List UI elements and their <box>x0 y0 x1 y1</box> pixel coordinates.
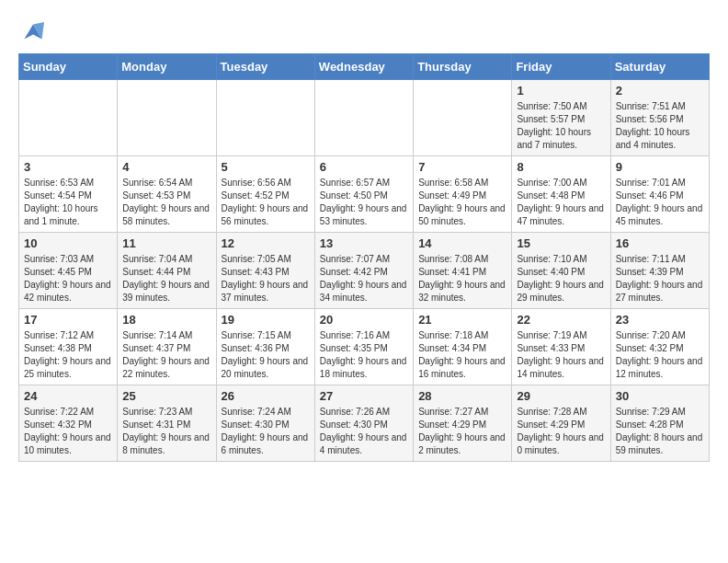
day-number: 13 <box>320 236 408 250</box>
day-info: Sunrise: 7:26 AM Sunset: 4:30 PM Dayligh… <box>320 406 408 457</box>
day-number: 10 <box>24 236 112 250</box>
day-number: 21 <box>418 313 506 327</box>
calendar-week-row: 3Sunrise: 6:53 AM Sunset: 4:54 PM Daylig… <box>19 156 710 233</box>
logo <box>18 18 51 44</box>
day-info: Sunrise: 7:28 AM Sunset: 4:29 PM Dayligh… <box>517 406 605 457</box>
day-number: 3 <box>24 160 112 174</box>
calendar-week-row: 10Sunrise: 7:03 AM Sunset: 4:45 PM Dayli… <box>19 233 710 309</box>
day-number: 9 <box>616 160 704 174</box>
day-number: 12 <box>222 236 310 250</box>
day-info: Sunrise: 7:20 AM Sunset: 4:32 PM Dayligh… <box>616 329 704 381</box>
calendar-cell: 15Sunrise: 7:10 AM Sunset: 4:40 PM Dayli… <box>512 233 610 309</box>
day-number: 16 <box>616 236 704 250</box>
calendar-cell: 14Sunrise: 7:08 AM Sunset: 4:41 PM Dayli… <box>414 233 512 309</box>
day-info: Sunrise: 7:27 AM Sunset: 4:29 PM Dayligh… <box>418 406 506 457</box>
day-info: Sunrise: 7:00 AM Sunset: 4:48 PM Dayligh… <box>517 177 605 228</box>
calendar-cell: 26Sunrise: 7:24 AM Sunset: 4:30 PM Dayli… <box>216 385 314 462</box>
calendar-cell: 25Sunrise: 7:23 AM Sunset: 4:31 PM Dayli… <box>118 385 216 462</box>
day-number: 1 <box>517 84 605 98</box>
day-number: 28 <box>418 389 506 403</box>
calendar-cell: 21Sunrise: 7:18 AM Sunset: 4:34 PM Dayli… <box>414 309 512 385</box>
day-info: Sunrise: 7:16 AM Sunset: 4:35 PM Dayligh… <box>320 329 408 381</box>
calendar-week-row: 1Sunrise: 7:50 AM Sunset: 5:57 PM Daylig… <box>19 80 710 156</box>
weekday-header: Monday <box>118 54 216 80</box>
calendar-cell: 2Sunrise: 7:51 AM Sunset: 5:56 PM Daylig… <box>610 80 709 156</box>
day-number: 19 <box>222 313 310 327</box>
day-info: Sunrise: 7:24 AM Sunset: 4:30 PM Dayligh… <box>222 406 310 457</box>
calendar-cell: 6Sunrise: 6:57 AM Sunset: 4:50 PM Daylig… <box>314 156 413 233</box>
day-info: Sunrise: 6:54 AM Sunset: 4:53 PM Dayligh… <box>122 177 210 228</box>
calendar-cell <box>19 80 118 156</box>
day-info: Sunrise: 6:58 AM Sunset: 4:49 PM Dayligh… <box>418 177 506 228</box>
day-info: Sunrise: 7:50 AM Sunset: 5:57 PM Dayligh… <box>517 100 605 152</box>
calendar-cell: 5Sunrise: 6:56 AM Sunset: 4:52 PM Daylig… <box>216 156 314 233</box>
day-info: Sunrise: 6:53 AM Sunset: 4:54 PM Dayligh… <box>24 177 112 228</box>
calendar-cell: 30Sunrise: 7:29 AM Sunset: 4:28 PM Dayli… <box>610 385 709 462</box>
weekday-header: Wednesday <box>314 54 413 80</box>
day-number: 15 <box>517 236 605 250</box>
calendar-cell: 9Sunrise: 7:01 AM Sunset: 4:46 PM Daylig… <box>610 156 709 233</box>
calendar-cell: 22Sunrise: 7:19 AM Sunset: 4:33 PM Dayli… <box>512 309 610 385</box>
page-header <box>18 18 710 44</box>
day-info: Sunrise: 7:05 AM Sunset: 4:43 PM Dayligh… <box>222 253 310 304</box>
calendar-cell: 24Sunrise: 7:22 AM Sunset: 4:32 PM Dayli… <box>19 385 118 462</box>
day-number: 17 <box>24 313 112 327</box>
calendar-cell: 13Sunrise: 7:07 AM Sunset: 4:42 PM Dayli… <box>314 233 413 309</box>
day-info: Sunrise: 7:12 AM Sunset: 4:38 PM Dayligh… <box>24 329 112 381</box>
day-info: Sunrise: 7:22 AM Sunset: 4:32 PM Dayligh… <box>24 406 112 457</box>
day-info: Sunrise: 7:29 AM Sunset: 4:28 PM Dayligh… <box>616 406 704 457</box>
calendar-cell: 12Sunrise: 7:05 AM Sunset: 4:43 PM Dayli… <box>216 233 314 309</box>
calendar-cell: 18Sunrise: 7:14 AM Sunset: 4:37 PM Dayli… <box>118 309 216 385</box>
weekday-header: Sunday <box>19 54 118 80</box>
logo-icon <box>18 18 48 44</box>
day-info: Sunrise: 7:11 AM Sunset: 4:39 PM Dayligh… <box>616 253 704 304</box>
calendar-table: SundayMondayTuesdayWednesdayThursdayFrid… <box>18 53 710 462</box>
calendar-cell <box>118 80 216 156</box>
calendar-cell <box>216 80 314 156</box>
calendar-cell: 17Sunrise: 7:12 AM Sunset: 4:38 PM Dayli… <box>19 309 118 385</box>
day-number: 5 <box>222 160 310 174</box>
day-info: Sunrise: 6:56 AM Sunset: 4:52 PM Dayligh… <box>222 177 310 228</box>
day-number: 8 <box>517 160 605 174</box>
day-number: 11 <box>122 236 210 250</box>
calendar-week-row: 24Sunrise: 7:22 AM Sunset: 4:32 PM Dayli… <box>19 385 710 462</box>
calendar-week-row: 17Sunrise: 7:12 AM Sunset: 4:38 PM Dayli… <box>19 309 710 385</box>
day-number: 18 <box>122 313 210 327</box>
calendar-cell: 23Sunrise: 7:20 AM Sunset: 4:32 PM Dayli… <box>610 309 709 385</box>
day-info: Sunrise: 7:15 AM Sunset: 4:36 PM Dayligh… <box>222 329 310 381</box>
day-number: 22 <box>517 313 605 327</box>
day-number: 6 <box>320 160 408 174</box>
day-number: 4 <box>122 160 210 174</box>
day-info: Sunrise: 7:03 AM Sunset: 4:45 PM Dayligh… <box>24 253 112 304</box>
day-info: Sunrise: 7:51 AM Sunset: 5:56 PM Dayligh… <box>616 100 704 152</box>
calendar-cell: 8Sunrise: 7:00 AM Sunset: 4:48 PM Daylig… <box>512 156 610 233</box>
calendar-cell: 1Sunrise: 7:50 AM Sunset: 5:57 PM Daylig… <box>512 80 610 156</box>
calendar-cell <box>314 80 413 156</box>
day-info: Sunrise: 7:10 AM Sunset: 4:40 PM Dayligh… <box>517 253 605 304</box>
calendar-cell: 7Sunrise: 6:58 AM Sunset: 4:49 PM Daylig… <box>414 156 512 233</box>
day-number: 14 <box>418 236 506 250</box>
day-number: 24 <box>24 389 112 403</box>
day-number: 25 <box>122 389 210 403</box>
day-number: 30 <box>616 389 704 403</box>
calendar-cell: 16Sunrise: 7:11 AM Sunset: 4:39 PM Dayli… <box>610 233 709 309</box>
calendar-cell: 28Sunrise: 7:27 AM Sunset: 4:29 PM Dayli… <box>414 385 512 462</box>
calendar-cell: 4Sunrise: 6:54 AM Sunset: 4:53 PM Daylig… <box>118 156 216 233</box>
calendar-cell: 20Sunrise: 7:16 AM Sunset: 4:35 PM Dayli… <box>314 309 413 385</box>
day-info: Sunrise: 7:08 AM Sunset: 4:41 PM Dayligh… <box>418 253 506 304</box>
day-info: Sunrise: 7:04 AM Sunset: 4:44 PM Dayligh… <box>122 253 210 304</box>
day-info: Sunrise: 6:57 AM Sunset: 4:50 PM Dayligh… <box>320 177 408 228</box>
calendar-cell: 11Sunrise: 7:04 AM Sunset: 4:44 PM Dayli… <box>118 233 216 309</box>
day-info: Sunrise: 7:18 AM Sunset: 4:34 PM Dayligh… <box>418 329 506 381</box>
weekday-header-row: SundayMondayTuesdayWednesdayThursdayFrid… <box>19 54 710 80</box>
day-number: 23 <box>616 313 704 327</box>
day-info: Sunrise: 7:01 AM Sunset: 4:46 PM Dayligh… <box>616 177 704 228</box>
calendar-cell: 3Sunrise: 6:53 AM Sunset: 4:54 PM Daylig… <box>19 156 118 233</box>
weekday-header: Tuesday <box>216 54 314 80</box>
calendar-cell <box>414 80 512 156</box>
day-number: 26 <box>222 389 310 403</box>
day-info: Sunrise: 7:14 AM Sunset: 4:37 PM Dayligh… <box>122 329 210 381</box>
day-info: Sunrise: 7:23 AM Sunset: 4:31 PM Dayligh… <box>122 406 210 457</box>
calendar-cell: 10Sunrise: 7:03 AM Sunset: 4:45 PM Dayli… <box>19 233 118 309</box>
day-number: 20 <box>320 313 408 327</box>
